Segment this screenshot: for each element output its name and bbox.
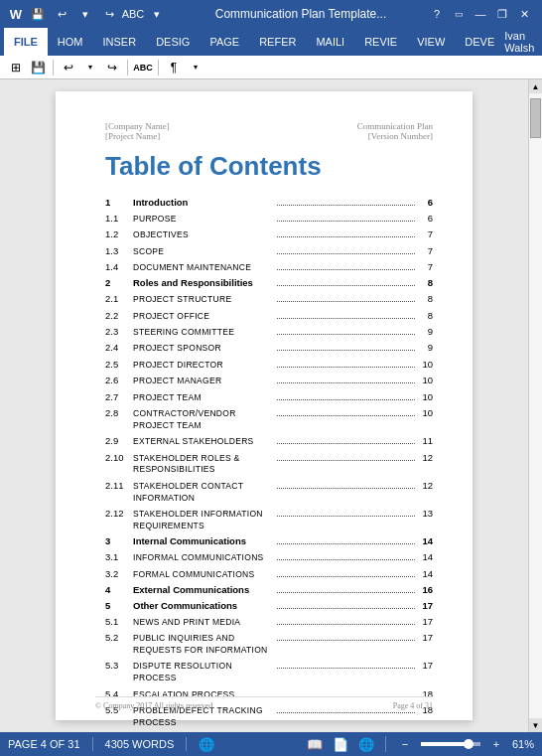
zoom-thumb xyxy=(464,739,474,749)
toolbar-abc[interactable]: ABC xyxy=(133,58,153,77)
save-quick-btn[interactable]: 💾 xyxy=(28,4,48,24)
toc-label: Introduction xyxy=(133,196,275,209)
title-bar-icons: W 💾 ↩ ▾ ↪ ABC ▾ xyxy=(8,4,167,24)
restore-btn[interactable]: ❐ xyxy=(492,4,512,24)
scroll-thumb[interactable] xyxy=(530,98,541,138)
toc-row: 6Project Meetings19 xyxy=(105,731,433,732)
toc-row: 3.1Informal Communications14 xyxy=(105,550,433,564)
toc-row: 1Introduction6 xyxy=(105,196,433,209)
toc-page: 13 xyxy=(417,507,433,520)
toc-row: 2.4Project Sponsor9 xyxy=(105,341,433,355)
toc-page: 10 xyxy=(417,358,433,371)
tab-home[interactable]: HOM xyxy=(48,28,93,56)
close-btn[interactable]: ✕ xyxy=(514,4,534,24)
toc-num: 3.1 xyxy=(105,550,133,563)
toolbar-redo[interactable]: ↪ xyxy=(102,58,122,77)
spelling-dropdown-btn[interactable]: ▾ xyxy=(147,4,167,24)
word-icon: W xyxy=(8,6,24,22)
status-sep-2 xyxy=(186,737,187,751)
toolbar-format-dropdown[interactable]: ▾ xyxy=(186,58,205,77)
toc-row: 3.2Formal Communications14 xyxy=(105,567,433,581)
toc-num: 2.10 xyxy=(105,451,133,464)
toc-row: 5.1News and Print Media17 xyxy=(105,615,433,629)
toc-label: Project Meetings xyxy=(133,731,275,732)
tab-references[interactable]: REFER xyxy=(249,28,306,56)
tab-insert[interactable]: INSER xyxy=(93,28,147,56)
toc-dots xyxy=(275,229,417,237)
toc-row: 2.2Project Office8 xyxy=(105,309,433,323)
toc-row: 5Other Communications17 xyxy=(105,599,433,612)
toc-label: Project Office xyxy=(133,311,275,323)
tab-review[interactable]: REVIE xyxy=(354,28,407,56)
toolbar-format[interactable]: ¶ xyxy=(164,58,184,77)
undo-dropdown-btn[interactable]: ▾ xyxy=(75,4,95,24)
ribbon-toggle-btn[interactable]: ▭ xyxy=(449,4,469,24)
toc-label: Public Inquiries and Requests for Inform… xyxy=(133,633,275,657)
tab-developer[interactable]: DEVE xyxy=(455,28,504,56)
help-btn[interactable]: ? xyxy=(427,4,447,24)
toc-num: 2.6 xyxy=(105,374,133,386)
toc-label: Steering Committee xyxy=(133,327,275,339)
view-print-btn[interactable]: 📄 xyxy=(331,734,350,754)
toc-label: Scope xyxy=(133,246,275,258)
toc-label: Project Manager xyxy=(133,376,275,387)
toc-row: 1.3Scope7 xyxy=(105,244,433,258)
toolbar-undo[interactable]: ↩ xyxy=(59,58,78,77)
scroll-track[interactable] xyxy=(529,93,542,718)
toc-label: Roles and Responsibilities xyxy=(133,276,275,289)
toolbar-btn-1[interactable]: ⊞ xyxy=(6,58,26,77)
footer-right: Page 4 of 31 xyxy=(393,701,433,710)
user-name: Ivan Walsh xyxy=(504,30,541,54)
toc-label: Internal Communications xyxy=(133,534,275,547)
redo-btn[interactable]: ↪ xyxy=(99,4,119,24)
zoom-in-btn[interactable]: + xyxy=(486,734,506,754)
toc-dots xyxy=(275,633,417,641)
toc-row: 5.3Dispute Resolution Process17 xyxy=(105,659,433,684)
toc-row: 2.8Contractor/Vendor Project Team10 xyxy=(105,406,433,432)
toc-page: 17 xyxy=(417,631,433,644)
toc-num: 5.2 xyxy=(105,631,133,644)
zoom-out-btn[interactable]: − xyxy=(395,734,415,754)
toc-page: 17 xyxy=(417,659,433,672)
tab-design[interactable]: DESIG xyxy=(146,28,200,56)
zoom-slider[interactable] xyxy=(421,742,480,746)
toc-page: 6 xyxy=(417,212,433,225)
toc-num: 2.3 xyxy=(105,325,133,338)
toc-num: 2.4 xyxy=(105,341,133,354)
toc-page: 16 xyxy=(417,583,433,596)
header-left: [Company Name] [Project Name] xyxy=(105,121,170,141)
toc-page: 19 xyxy=(417,731,433,732)
toc-num: 3 xyxy=(105,534,133,547)
scroll-up-btn[interactable]: ▲ xyxy=(529,79,542,93)
toolbar-undo-dropdown[interactable]: ▾ xyxy=(80,58,100,77)
toc-page: 7 xyxy=(417,227,433,240)
toc-label: Objectives xyxy=(133,229,275,241)
scrollbar: ▲ ▼ xyxy=(528,79,542,732)
scroll-down-btn[interactable]: ▼ xyxy=(529,718,542,732)
toolbar-separator-3 xyxy=(158,60,159,76)
toc-num: 1.1 xyxy=(105,212,133,225)
language-icon: 🌐 xyxy=(199,737,214,752)
status-right: 📖 📄 🌐 − + 61% xyxy=(305,734,534,754)
minimize-btn[interactable]: — xyxy=(471,4,490,24)
toc-label: Project Team xyxy=(133,392,275,404)
spelling-btn[interactable]: ABC xyxy=(123,4,143,24)
tab-file[interactable]: FILE xyxy=(4,28,48,56)
toolbar-btn-2[interactable]: 💾 xyxy=(28,58,48,77)
toc-page: 8 xyxy=(417,292,433,305)
tab-page[interactable]: PAGE xyxy=(200,28,249,56)
view-read-btn[interactable]: 📖 xyxy=(305,734,325,754)
tab-mailings[interactable]: MAILI xyxy=(306,28,354,56)
toc-page: 9 xyxy=(417,325,433,338)
toc-label: Project Sponsor xyxy=(133,343,275,355)
word-count: 4305 WORDS xyxy=(105,738,175,750)
toc-dots xyxy=(275,343,417,351)
tab-view[interactable]: VIEW xyxy=(407,28,455,56)
undo-btn[interactable]: ↩ xyxy=(52,4,71,24)
toc-row: 2.1Project Structure8 xyxy=(105,292,433,306)
toc-page: 14 xyxy=(417,550,433,563)
view-web-btn[interactable]: 🌐 xyxy=(356,734,376,754)
toc-row: 1.4Document Maintenance7 xyxy=(105,260,433,274)
page-footer: © Company 2017 All rights reserved. Page… xyxy=(95,696,433,710)
toc-num: 5 xyxy=(105,599,133,612)
